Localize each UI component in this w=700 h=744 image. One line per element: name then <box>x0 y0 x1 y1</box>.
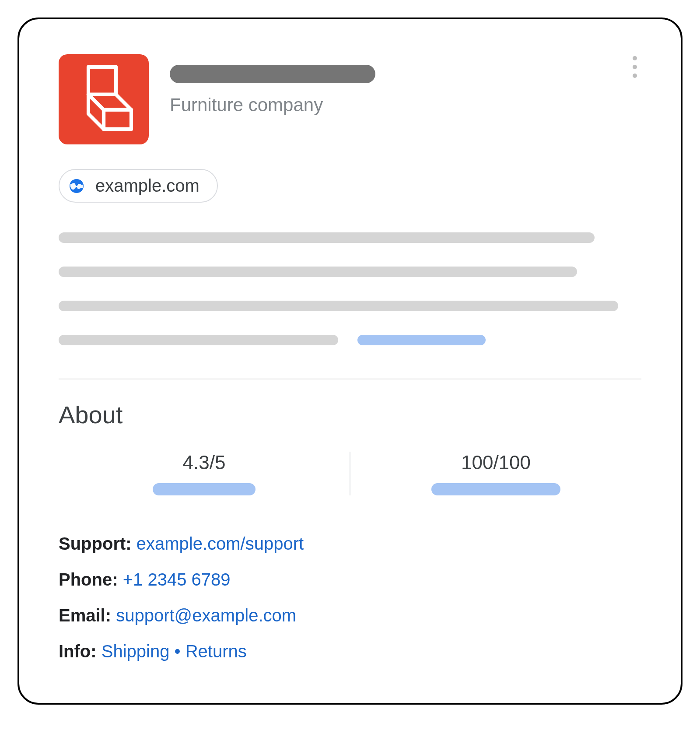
phone-label: Phone: <box>59 570 118 589</box>
website-chip[interactable]: example.com <box>59 169 218 203</box>
phone-row: Phone: +1 2345 6789 <box>59 567 641 592</box>
info-label: Info: <box>59 642 97 661</box>
info-shipping-link[interactable]: Shipping <box>102 642 170 661</box>
info-separator: • <box>169 642 185 661</box>
divider <box>59 379 641 379</box>
business-category: Furniture company <box>170 95 375 116</box>
email-row: Email: support@example.com <box>59 603 641 628</box>
email-link[interactable]: support@example.com <box>116 606 296 625</box>
info-returns-link[interactable]: Returns <box>186 642 247 661</box>
info-row: Info: Shipping • Returns <box>59 639 641 663</box>
placeholder-line <box>59 267 577 277</box>
support-label: Support: <box>59 534 132 553</box>
more-menu-icon[interactable] <box>628 52 641 82</box>
description-placeholder <box>59 232 641 345</box>
placeholder-line <box>59 301 618 311</box>
business-logo <box>59 54 149 144</box>
title-block: Furniture company <box>170 54 375 116</box>
contact-block: Support: example.com/support Phone: +1 2… <box>59 531 641 663</box>
support-row: Support: example.com/support <box>59 531 641 556</box>
phone-link[interactable]: +1 2345 6789 <box>123 570 231 589</box>
header: Furniture company <box>59 54 641 144</box>
stat-score-label-placeholder <box>431 483 560 495</box>
placeholder-link[interactable] <box>357 335 486 345</box>
globe-icon <box>68 178 85 194</box>
email-label: Email: <box>59 606 111 625</box>
placeholder-line <box>59 335 338 345</box>
business-name-placeholder <box>170 65 375 83</box>
stat-score-value: 100/100 <box>461 452 531 474</box>
placeholder-line <box>59 232 595 243</box>
stats-row: 4.3/5 100/100 <box>59 452 641 495</box>
stat-rating: 4.3/5 <box>59 452 350 495</box>
knowledge-panel-card: Furniture company example.com About 4.3/… <box>18 18 682 705</box>
stat-score: 100/100 <box>350 452 641 495</box>
chair-icon <box>73 63 134 136</box>
support-link[interactable]: example.com/support <box>136 534 304 553</box>
about-heading: About <box>59 400 641 429</box>
stat-rating-label-placeholder <box>153 483 256 495</box>
website-label: example.com <box>95 176 200 196</box>
stat-rating-value: 4.3/5 <box>183 452 226 474</box>
